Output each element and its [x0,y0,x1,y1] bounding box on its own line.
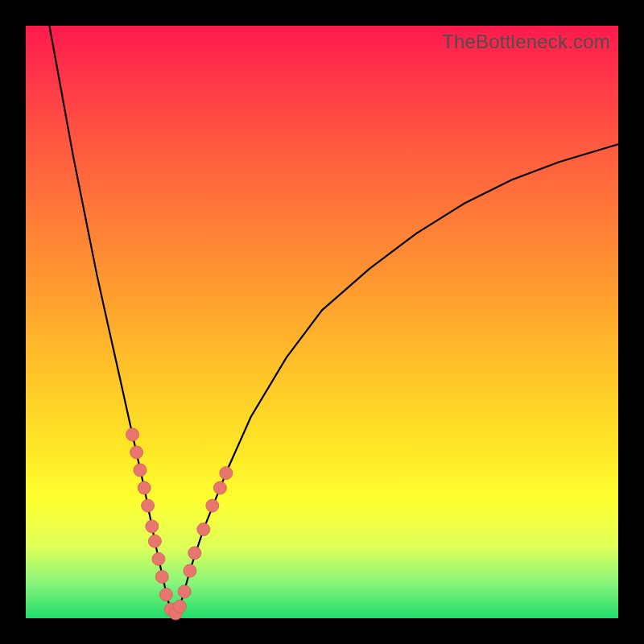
data-point [173,600,186,613]
data-point [184,564,196,577]
chart-frame: TheBottleneck.com [0,0,644,644]
data-point [130,446,143,459]
data-point [188,547,201,559]
data-point [159,588,172,601]
data-point [142,499,155,512]
data-point [155,571,168,584]
data-point [152,552,165,565]
data-point [138,481,151,494]
data-point [197,523,210,536]
chart-overlay [26,26,618,618]
data-point [126,428,139,441]
data-point [148,535,161,547]
data-point [146,520,159,533]
data-point [206,499,219,512]
data-points-group [126,428,233,620]
data-point [213,481,226,494]
data-point [178,585,191,598]
bottleneck-curve [49,26,618,618]
data-point [220,467,233,480]
plot-area: TheBottleneck.com [26,26,618,618]
data-point [134,464,147,477]
